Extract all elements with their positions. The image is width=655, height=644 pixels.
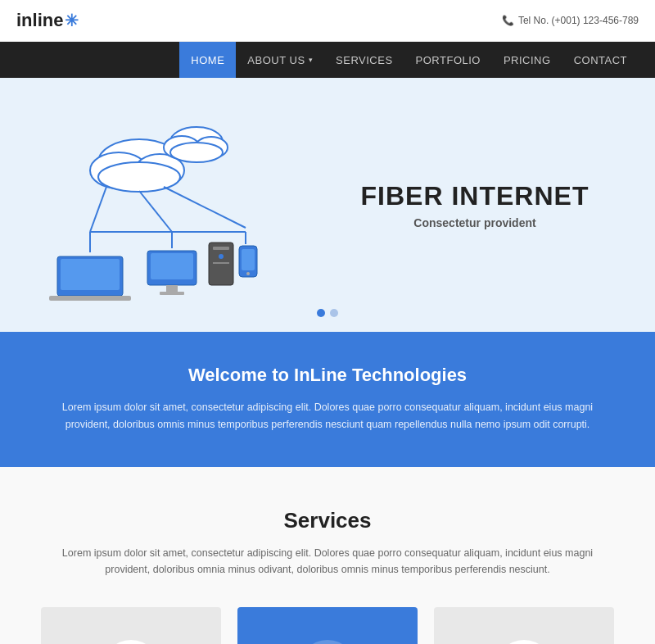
svg-rect-19 xyxy=(151,253,193,279)
svg-line-9 xyxy=(139,191,172,232)
welcome-text: Lorem ipsum dolor sit amet, consectetur … xyxy=(49,399,606,434)
service-card-cloud: Cloud Service Lorem ipsum dolor sitamet,… xyxy=(237,607,418,645)
navbar: HOME ABOUT US ▾ SERVICES PORTFOLIO PRICI… xyxy=(0,42,655,78)
cloud-icon-circle xyxy=(298,640,357,645)
services-title: Services xyxy=(33,508,622,533)
hero-section: FIBER INTERNET Consectetur provident xyxy=(0,78,655,332)
welcome-title: Welcome to InLine Technologies xyxy=(49,365,606,386)
svg-rect-17 xyxy=(49,296,131,301)
services-description: Lorem ipsum dolor sit amet, consectetur … xyxy=(41,545,614,578)
phone-icon: 📞 xyxy=(502,15,514,26)
hero-dot-1[interactable] xyxy=(317,309,325,317)
hero-dots xyxy=(317,309,338,317)
hero-text: FIBER INTERNET Consectetur provident xyxy=(311,181,622,229)
nav-services-label: SERVICES xyxy=(336,54,393,66)
svg-rect-16 xyxy=(61,259,120,290)
hero-illustration xyxy=(33,105,311,305)
services-section: Services Lorem ipsum dolor sit amet, con… xyxy=(0,467,655,645)
logo-star: ✳ xyxy=(65,11,79,30)
welcome-section: Welcome to InLine Technologies Lorem ips… xyxy=(0,332,655,467)
hero-dot-2[interactable] xyxy=(330,309,338,317)
svg-point-24 xyxy=(219,254,224,259)
svg-rect-27 xyxy=(242,249,255,270)
services-grid: Web Hosting Lorem ipsum dolor sitamet, c… xyxy=(33,607,622,645)
fiber-icon-circle xyxy=(495,640,553,645)
service-card-web-hosting: Web Hosting Lorem ipsum dolor sitamet, c… xyxy=(41,607,221,645)
svg-rect-23 xyxy=(213,247,229,250)
header: inline✳ 📞 Tel No. (+001) 123-456-789 xyxy=(0,0,655,42)
nav-portfolio[interactable]: PORTFOLIO xyxy=(404,42,492,78)
svg-point-28 xyxy=(246,272,250,275)
hero-subtitle: Consectetur provident xyxy=(328,216,622,229)
nav-home-label: HOME xyxy=(191,54,224,66)
svg-line-10 xyxy=(164,187,246,228)
nav-about-label: ABOUT US xyxy=(247,54,305,66)
nav-pricing[interactable]: PRICING xyxy=(492,42,562,78)
nav-portfolio-label: PORTFOLIO xyxy=(416,54,481,66)
logo: inline✳ xyxy=(16,10,79,31)
nav-pricing-label: PRICING xyxy=(504,54,551,66)
web-hosting-icon-circle xyxy=(102,640,160,645)
nav-home[interactable]: HOME xyxy=(179,42,236,78)
nav-contact-label: CONTACT xyxy=(574,54,627,66)
svg-rect-21 xyxy=(160,292,184,295)
svg-rect-25 xyxy=(213,262,229,264)
logo-text: inline xyxy=(16,10,63,31)
svg-point-7 xyxy=(170,143,223,162)
phone-info: 📞 Tel No. (+001) 123-456-789 xyxy=(502,15,639,26)
hero-title: FIBER INTERNET xyxy=(328,181,622,211)
nav-about[interactable]: ABOUT US ▾ xyxy=(236,42,324,78)
svg-point-3 xyxy=(98,162,180,192)
nav-contact[interactable]: CONTACT xyxy=(562,42,639,78)
chevron-down-icon: ▾ xyxy=(309,56,314,64)
hero-content: FIBER INTERNET Consectetur provident xyxy=(33,105,622,305)
svg-line-8 xyxy=(90,187,106,232)
nav-services[interactable]: SERVICES xyxy=(324,42,404,78)
phone-number: Tel No. (+001) 123-456-789 xyxy=(518,15,639,26)
service-card-fiber: Fiber Net Lorem ipsum dolor sitamet, con… xyxy=(434,607,614,645)
svg-rect-20 xyxy=(166,285,178,292)
